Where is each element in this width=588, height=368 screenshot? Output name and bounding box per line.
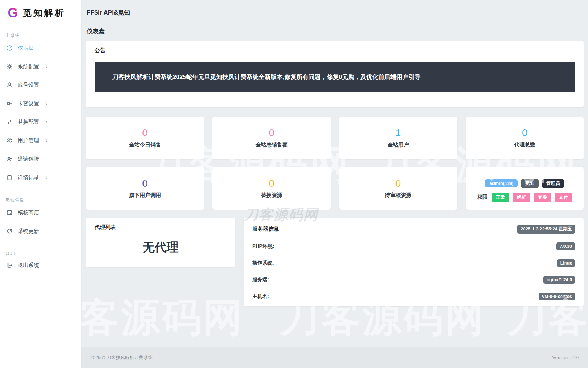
server-row-label: 操作系统: <box>252 260 274 266</box>
sidebar-item-logout[interactable]: 退出系统 <box>0 256 81 274</box>
sidebar-item-template-store[interactable]: 模板商店 <box>0 203 81 222</box>
stat-card-today-sales: 0 全站今日销售 <box>86 117 204 159</box>
sidebar-item-label: 账号设置 <box>18 82 39 89</box>
stat-card-total-sales: 0 全站总销售额 <box>212 117 330 159</box>
stat-label: 全站今日销售 <box>129 142 161 148</box>
announcement-text: 刀客扶风解析计费系统2025蛇年元旦觅知扶风计费系统全新版本,修复所有问题，修复… <box>112 73 421 81</box>
brand-badge: 觅知 <box>521 179 539 188</box>
perm-badge-payment: 支付 <box>555 193 572 202</box>
server-row-php: PHP环境: 7.0.33 <box>252 242 575 250</box>
logout-icon <box>6 262 13 268</box>
chevron-right-icon: › <box>45 119 47 125</box>
server-row-webserver: 服务端: nginx/1.24.0 <box>252 276 575 284</box>
sidebar-item-dashboard[interactable]: 仪表盘 <box>0 39 81 57</box>
sidebar-item-label: 系统配置 <box>18 63 39 70</box>
sidebar-item-label: 详情记录 <box>18 174 39 181</box>
sidebar-item-label: 替换配置 <box>18 119 39 126</box>
store-icon <box>6 209 13 216</box>
stat-value: 0 <box>269 178 275 188</box>
swap-arrows-icon <box>6 119 13 125</box>
stat-card-agent-total: 0 代理总数 <box>466 117 584 159</box>
announcement-card: 公告 刀客扶风解析计费系统2025蛇年元旦觅知扶风计费系统全新版本,修复所有问题… <box>86 41 584 107</box>
stat-label: 代理总数 <box>514 142 535 148</box>
footer-version: Version：2.0 <box>552 354 579 361</box>
server-info-card: 服务器信息 2025-1-3 22:55:24 星期五 PHP环境: 7.0.3… <box>244 218 584 306</box>
stat-value: 1 <box>395 128 401 138</box>
server-row-label: 服务端: <box>252 277 269 283</box>
svg-text:G: G <box>7 6 18 20</box>
announcement-title: 公告 <box>95 47 575 54</box>
sidebar-item-card-settings[interactable]: 卡密设置 › <box>0 94 81 113</box>
perm-badge-parse: 解析 <box>513 193 530 202</box>
sidebar-item-label: 模板商店 <box>18 209 39 216</box>
app-logo[interactable]: G 觅知解析 <box>0 0 81 22</box>
sidebar-item-user-management[interactable]: 用户管理 › <box>0 131 81 150</box>
chevron-right-icon: › <box>45 175 47 180</box>
server-row-hostname: 主机名: VM-0-8-centos <box>252 293 575 300</box>
gauge-icon <box>6 45 13 51</box>
sidebar-item-account-settings[interactable]: 账号设置 <box>0 76 81 94</box>
server-row-value-badge: 7.0.33 <box>556 242 575 250</box>
chevron-right-icon: › <box>45 138 47 143</box>
agent-list-empty: 无代理 <box>95 239 227 256</box>
dashboard-content: 公告 刀客扶风解析计费系统2025蛇年元旦觅知扶风计费系统全新版本,修复所有问题… <box>81 41 588 306</box>
stat-card-replace-resources: 0 替换资源 <box>212 167 330 210</box>
stat-grid-row2: 0 旗下用户调用 0 替换资源 0 待审核资源 admin(119) 觅知 管理… <box>86 167 584 210</box>
stat-card-pending-resources: 0 待审核资源 <box>339 167 457 210</box>
stat-value: 0 <box>142 178 148 188</box>
nav-section-main: 主系统 <box>6 33 81 39</box>
sidebar-item-system-config[interactable]: 系统配置 › <box>0 57 81 76</box>
key-icon <box>6 100 13 107</box>
server-info-header: 服务器信息 2025-1-3 22:55:24 星期五 <box>252 225 575 234</box>
sidebar-item-label: 系统更新 <box>18 228 39 235</box>
sidebar-item-replace-config[interactable]: 替换配置 › <box>0 113 81 131</box>
permission-row: 权限 正常 解析 套餐 支付 <box>477 193 572 202</box>
account-badge-row: admin(119) 觅知 管理员 <box>485 179 564 188</box>
main-area: FFSir API&觅知 仪表盘 公告 刀客扶风解析计费系统2025蛇年元旦觅知… <box>81 0 588 368</box>
stat-value: 0 <box>522 128 528 138</box>
app-title: FFSir API&觅知 <box>87 9 130 16</box>
admin-badge: admin(119) <box>485 179 518 187</box>
page-title: 仪表盘 <box>87 27 588 36</box>
sidebar: G 觅知解析 主系统 仪表盘 系统配置 › 账号设置 卡密设置 › 替换配置 ›… <box>0 0 81 368</box>
sidebar-item-system-update[interactable]: 系统更新 <box>0 222 81 240</box>
server-row-value-badge: nginx/1.24.0 <box>543 276 575 284</box>
stat-value: 0 <box>395 178 401 188</box>
server-row-label: 主机名: <box>252 293 269 300</box>
server-row-os: 操作系统: Linux <box>252 259 575 267</box>
announcement-banner: 刀客扶风解析计费系统2025蛇年元旦觅知扶风计费系统全新版本,修复所有问题，修复… <box>95 62 575 92</box>
gear-icon <box>6 63 13 70</box>
sidebar-item-label: 退出系统 <box>18 262 39 269</box>
perm-badge-package: 套餐 <box>534 193 551 202</box>
server-row-value-badge: VM-0-8-centos <box>539 293 575 300</box>
stat-value: 0 <box>142 128 148 138</box>
server-row-value-badge: Linux <box>557 259 575 267</box>
bottom-grid: 代理列表 无代理 服务器信息 2025-1-3 22:55:24 星期五 PHP… <box>86 218 584 306</box>
stat-label: 全站用户 <box>388 142 409 148</box>
nav-section-out: OUT <box>6 251 81 256</box>
stat-label: 旗下用户调用 <box>129 192 161 199</box>
user-icon <box>6 82 13 88</box>
permission-label: 权限 <box>477 194 488 201</box>
clipboard-icon <box>6 174 13 181</box>
users-icon <box>6 137 13 144</box>
server-info-title: 服务器信息 <box>252 226 279 233</box>
stat-grid-row1: 0 全站今日销售 0 全站总销售额 1 全站用户 0 代理总数 <box>86 117 584 159</box>
sidebar-item-invite-link[interactable]: 邀请链接 <box>0 150 81 168</box>
topbar: FFSir API&觅知 <box>81 0 588 17</box>
account-badge-card: admin(119) 觅知 管理员 权限 正常 解析 套餐 支付 <box>466 167 584 210</box>
chevron-right-icon: › <box>45 64 47 69</box>
footer: 2025 © 刀客扶风解析计费系统 Version：2.0 <box>81 347 588 368</box>
sidebar-item-label: 用户管理 <box>18 137 39 144</box>
stat-label: 全站总销售额 <box>255 142 287 148</box>
agent-list-title: 代理列表 <box>95 224 227 231</box>
sidebar-item-label: 仪表盘 <box>18 45 34 52</box>
sidebar-item-label: 卡密设置 <box>18 100 39 107</box>
sidebar-item-detail-records[interactable]: 详情记录 › <box>0 168 81 187</box>
status-badge: 正常 <box>492 193 509 202</box>
server-datetime-badge: 2025-1-3 22:55:24 星期五 <box>517 225 575 234</box>
brand-name: 觅知解析 <box>23 7 65 19</box>
stat-card-total-users: 1 全站用户 <box>339 117 457 159</box>
role-badge: 管理员 <box>542 179 564 188</box>
agent-list-card: 代理列表 无代理 <box>86 218 235 267</box>
